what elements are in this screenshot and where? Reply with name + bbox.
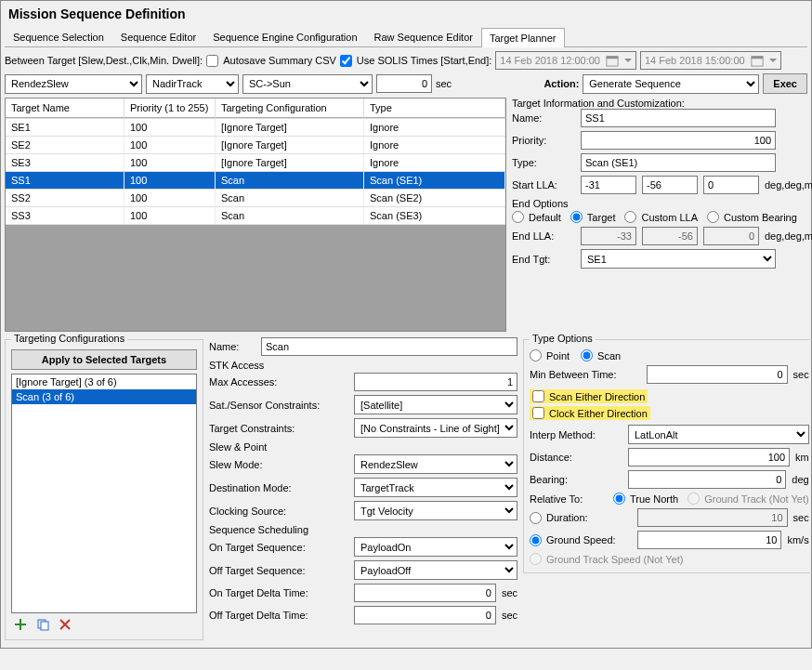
table-row[interactable]: SS3100ScanScan (SE3) (6, 207, 505, 225)
copy-icon[interactable] (35, 617, 50, 632)
on-dt-input[interactable] (354, 584, 496, 602)
target-info-header: Target Information and Customization: (512, 98, 812, 109)
tab-target-planner[interactable]: Target Planner (481, 28, 565, 47)
deg-unit: deg (792, 474, 808, 485)
use-solis-checkbox[interactable]: Use SOLIS Times [Start,End]: (340, 55, 492, 67)
off-seq-label: Off Target Sequence: (209, 565, 348, 576)
autosave-checkbox[interactable]: Autosave Summary CSV (206, 55, 336, 67)
max-acc-input[interactable] (354, 373, 517, 391)
chevron-down-icon (769, 57, 777, 64)
table-row[interactable]: SE3100[Ignore Target]Ignore (6, 154, 505, 172)
on-dt-label: On Target Delta Time: (209, 587, 348, 598)
sat-constraints-select[interactable]: [Satellite] (354, 395, 517, 414)
list-item[interactable]: Scan (3 of 6) (12, 389, 196, 404)
between-target-label: Between Target [Slew,Dest.,Clk,Min. Dwel… (5, 55, 203, 66)
action-select[interactable]: Generate Sequence (583, 74, 759, 94)
interp-select[interactable]: LatLonAlt (628, 425, 809, 444)
cfg-name-label: Name: (209, 341, 255, 352)
targeting-configs-caption: Targeting Configurations (11, 333, 127, 344)
name-input[interactable] (581, 109, 776, 127)
clock-either-checkbox[interactable] (532, 407, 544, 419)
start-time-picker[interactable]: 14 Feb 2018 12:00:00 (495, 51, 636, 70)
list-item[interactable]: [Ignore Target] (3 of 6) (12, 374, 196, 389)
end-time-picker[interactable]: 14 Feb 2018 15:00:00 (640, 51, 781, 70)
kms-unit: km/s (787, 534, 808, 545)
slew-select[interactable]: RendezSlew (5, 74, 142, 94)
dest-select[interactable]: NadirTrack (146, 74, 239, 94)
endopt-custom-lla[interactable]: Custom LLA (624, 211, 698, 223)
table-row[interactable]: SS1100ScanScan (SE1) (6, 172, 505, 190)
col-target-name[interactable]: Target Name (6, 99, 124, 118)
dwell-input[interactable] (376, 74, 432, 93)
start-time-value: 14 Feb 2018 12:00:00 (500, 55, 600, 66)
target-constraints-select[interactable]: [No Constraints - Line of Sight] (354, 418, 517, 438)
off-dt-input[interactable] (354, 606, 496, 624)
tab-engine-config[interactable]: Sequence Engine Configuration (204, 27, 365, 46)
ground-track-radio: Ground Track (Not Yet) (688, 493, 809, 505)
slew-point-header: Slew & Point (209, 441, 517, 453)
clocking-select[interactable]: Tgt Velocity (354, 501, 517, 520)
endopt-default[interactable]: Default (512, 211, 561, 223)
start-lla-alt[interactable] (703, 176, 759, 194)
type-label: Type: (512, 157, 575, 168)
cfg-name-input[interactable] (261, 337, 517, 356)
clock-either-label: Clock Either Direction (549, 408, 648, 419)
bearing-input[interactable] (628, 470, 786, 489)
type-input[interactable] (581, 153, 776, 172)
table-row[interactable]: SS2100ScanScan (SE2) (6, 190, 505, 207)
type-options-caption: Type Options (530, 333, 596, 344)
target-constraints-label: Target Constraints: (209, 423, 348, 434)
tab-sequence-selection[interactable]: Sequence Selection (5, 27, 112, 46)
target-table[interactable]: Target Name Priority (1 to 255) Targetin… (5, 98, 506, 332)
off-seq-select[interactable]: PayloadOff (354, 560, 517, 580)
table-row[interactable]: SE2100[Ignore Target]Ignore (6, 137, 505, 154)
start-lla-lat[interactable] (581, 176, 636, 194)
exec-button[interactable]: Exec (763, 73, 807, 94)
end-options-label: End Options (512, 198, 812, 209)
col-config[interactable]: Targeting Configuration (216, 99, 364, 118)
end-time-value: 14 Feb 2018 15:00:00 (645, 55, 745, 66)
type-point-radio[interactable]: Point (530, 349, 570, 361)
distance-input[interactable] (628, 448, 790, 466)
svg-rect-3 (752, 57, 763, 59)
delete-icon[interactable] (58, 617, 72, 632)
min-between-input[interactable] (647, 365, 788, 384)
add-icon[interactable] (13, 617, 28, 632)
start-lla-lon[interactable] (642, 176, 698, 194)
config-listbox[interactable]: [Ignore Target] (3 of 6) Scan (3 of 6) (11, 374, 197, 613)
table-row[interactable]: SE1100[Ignore Target]Ignore (6, 119, 505, 137)
tab-bar: Sequence Selection Sequence Editor Seque… (5, 27, 807, 47)
apply-selected-button[interactable]: Apply to Selected Targets (11, 349, 197, 370)
bearing-label: Bearing: (530, 474, 622, 485)
on-seq-select[interactable]: PayloadOn (354, 537, 517, 557)
col-priority[interactable]: Priority (1 to 255) (124, 99, 216, 118)
dest-mode-select[interactable]: TargetTrack (354, 478, 517, 497)
scan-either-label: Scan Either Direction (549, 391, 645, 402)
duration-radio[interactable]: Duration: (530, 512, 632, 524)
end-tgt-select[interactable]: SE1 (581, 249, 776, 269)
true-north-radio[interactable]: True North (613, 493, 678, 505)
endopt-target[interactable]: Target (570, 211, 616, 223)
sat-constraints-label: Sat./Sensor Constraints: (209, 400, 348, 411)
duration-input (637, 508, 788, 527)
tab-sequence-editor[interactable]: Sequence Editor (112, 27, 204, 46)
end-lla-alt (703, 227, 759, 245)
clocking-label: Clocking Source: (209, 506, 348, 517)
tab-raw-editor[interactable]: Raw Sequence Editor (366, 27, 481, 46)
interp-label: Interp Method: (530, 429, 622, 440)
ground-speed-radio[interactable]: Ground Speed: (530, 534, 632, 546)
ground-speed-input[interactable] (637, 531, 781, 549)
col-type[interactable]: Type (364, 99, 505, 118)
slew-mode-label: Slew Mode: (209, 459, 348, 470)
type-scan-radio[interactable]: Scan (581, 349, 621, 361)
clock-select[interactable]: SC->Sun (242, 74, 373, 94)
sec-unit: sec (793, 512, 809, 523)
distance-label: Distance: (530, 452, 622, 463)
endopt-custom-bearing[interactable]: Custom Bearing (707, 211, 797, 223)
priority-input[interactable] (581, 131, 776, 150)
scan-either-checkbox[interactable] (532, 390, 544, 402)
lla-unit: deg,deg,m (765, 179, 812, 190)
slew-mode-select[interactable]: RendezSlew (354, 454, 517, 474)
max-acc-label: Max Accesses: (209, 376, 348, 388)
min-between-label: Min Between Time: (530, 369, 641, 380)
